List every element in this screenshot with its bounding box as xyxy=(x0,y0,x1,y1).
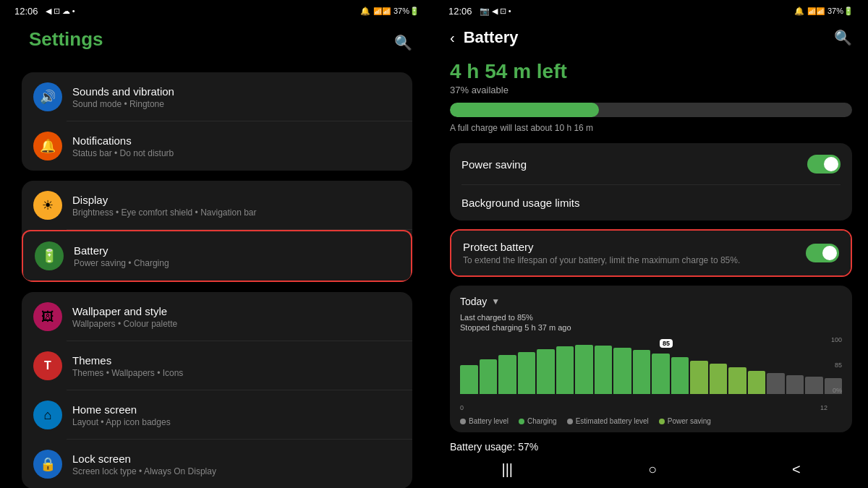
status-time-right: 12:06 📷 ◀ ⊡ • xyxy=(448,6,511,17)
settings-item-display[interactable]: ☀ Display Brightness • Eye comfort shiel… xyxy=(22,181,412,230)
settings-item-wallpaper[interactable]: 🖼 Wallpaper and style Wallpapers • Colou… xyxy=(22,292,412,341)
settings-item-home[interactable]: ⌂ Home screen Layout • App icon badges xyxy=(22,390,412,440)
settings-item-battery[interactable]: 🔋 Battery Power saving • Charging xyxy=(22,230,412,282)
nav-back-right[interactable]: < xyxy=(792,461,801,478)
chart-bar xyxy=(480,359,498,394)
background-usage-label: Background usage limits xyxy=(461,197,841,209)
chart-bar xyxy=(595,346,613,394)
legend-battery-level: Battery level xyxy=(460,417,509,425)
display-title: Display xyxy=(72,194,257,206)
lock-icon: 🔒 xyxy=(33,450,62,479)
themes-icon: T xyxy=(33,351,62,380)
power-saving-row[interactable]: Power saving xyxy=(450,143,852,185)
search-icon-right[interactable]: 🔍 xyxy=(834,29,852,46)
chart-line1: Last charged to 85% xyxy=(460,313,842,322)
chart-bar xyxy=(633,350,651,394)
settings-item-sounds[interactable]: 🔊 Sounds and vibration Sound mode • Ring… xyxy=(22,72,412,121)
protect-battery-toggle[interactable] xyxy=(806,244,839,262)
protect-battery-subtitle: To extend the lifespan of your battery, … xyxy=(463,255,806,265)
power-saving-label: Power saving xyxy=(461,158,807,171)
home-title: Home screen xyxy=(72,403,171,416)
chart-bar xyxy=(498,355,516,394)
battery-bar-container xyxy=(450,103,852,117)
display-icon: ☀ xyxy=(33,191,62,220)
settings-item-lock[interactable]: 🔒 Lock screen Screen lock type • Always … xyxy=(22,440,412,488)
battery-bar-fill xyxy=(450,103,599,117)
chart-bar xyxy=(556,346,574,394)
home-subtitle: Layout • App icon badges xyxy=(72,417,171,427)
lock-title: Lock screen xyxy=(72,453,216,465)
sounds-icon: 🔊 xyxy=(33,82,62,111)
display-subtitle: Brightness • Eye comfort shield • Naviga… xyxy=(72,207,257,218)
wallpaper-subtitle: Wallpapers • Colour palette xyxy=(72,319,177,329)
power-saving-toggle[interactable] xyxy=(807,155,841,174)
settings-group-3: 🖼 Wallpaper and style Wallpapers • Colou… xyxy=(22,292,412,488)
chart-y-labels: 100 85 0% xyxy=(831,336,842,394)
chart-bar xyxy=(767,373,785,394)
battery-usage: Battery usage: 57% xyxy=(450,441,852,453)
notifications-subtitle: Status bar • Do not disturb xyxy=(72,148,174,158)
chart-bar xyxy=(710,364,728,394)
search-icon-left[interactable]: 🔍 xyxy=(394,34,412,51)
nav-recent-right[interactable]: ||| xyxy=(501,461,513,478)
status-icons-right: 🔔 📶📶 37%🔋 xyxy=(794,7,854,16)
battery-page-title: Battery xyxy=(464,28,834,47)
sounds-title: Sounds and vibration xyxy=(72,85,174,98)
lock-subtitle: Screen lock type • Always On Display xyxy=(72,466,216,476)
chart-dropdown-arrow[interactable]: ▼ xyxy=(491,296,500,307)
right-content: ‹ Battery 🔍 4 h 54 m left 37% available … xyxy=(434,22,868,454)
status-bar-right: 12:06 📷 ◀ ⊡ • 🔔 📶📶 37%🔋 xyxy=(434,0,868,22)
themes-subtitle: Themes • Wallpapers • Icons xyxy=(72,368,183,378)
chart-bar xyxy=(613,348,631,394)
battery-chart: Today ▼ Last charged to 85% Stopped char… xyxy=(450,286,852,432)
wallpaper-title: Wallpaper and style xyxy=(72,305,177,317)
chart-line2: Stopped charging 5 h 37 m ago xyxy=(460,323,842,332)
chart-bubble: 85 xyxy=(660,339,673,348)
wallpaper-icon: 🖼 xyxy=(33,302,62,331)
settings-group-2: ☀ Display Brightness • Eye comfort shiel… xyxy=(22,181,412,282)
chart-bars xyxy=(460,336,842,394)
chart-bar xyxy=(728,367,746,394)
chart-bar xyxy=(537,349,555,394)
nav-bar-right: ||| ○ < xyxy=(434,454,868,488)
legend-power-saving: Power saving xyxy=(659,417,711,425)
chart-bar xyxy=(671,357,689,394)
themes-title: Themes xyxy=(72,354,183,367)
battery-icon: 🔋 xyxy=(35,241,64,270)
chart-bar xyxy=(518,352,536,394)
background-usage-row[interactable]: Background usage limits xyxy=(450,185,852,221)
left-panel: 12:06 ◀ ⊡ ☁ • 🔔 📶📶 37%🔋 Settings 🔍 🔊 Sou… xyxy=(0,0,434,488)
protect-battery-row[interactable]: Protect battery To extend the lifespan o… xyxy=(451,231,851,275)
home-icon: ⌂ xyxy=(33,401,62,429)
power-group: Power saving Background usage limits xyxy=(450,143,852,221)
chart-legend: Battery level Charging Estimated battery… xyxy=(460,417,842,425)
status-bar-left: 12:06 ◀ ⊡ ☁ • 🔔 📶📶 37%🔋 xyxy=(0,0,434,22)
chart-bar xyxy=(575,345,593,394)
battery-percent: 37% available xyxy=(450,85,852,95)
chart-bar xyxy=(786,375,804,394)
chart-bar xyxy=(652,354,670,394)
settings-group-1: 🔊 Sounds and vibration Sound mode • Ring… xyxy=(22,72,412,171)
settings-item-themes[interactable]: T Themes Themes • Wallpapers • Icons xyxy=(22,341,412,390)
left-content: Settings 🔍 🔊 Sounds and vibration Sound … xyxy=(0,22,434,488)
settings-item-notifications[interactable]: 🔔 Notifications Status bar • Do not dist… xyxy=(22,121,412,171)
protect-battery-title: Protect battery xyxy=(463,241,806,253)
chart-bar xyxy=(748,371,766,394)
time-remaining: 4 h 54 m left xyxy=(450,60,852,83)
battery-title: Battery xyxy=(74,244,169,257)
settings-title: Settings xyxy=(29,28,103,51)
notifications-title: Notifications xyxy=(72,134,174,147)
right-panel: 12:06 📷 ◀ ⊡ • 🔔 📶📶 37%🔋 ‹ Battery 🔍 4 h … xyxy=(434,0,868,488)
nav-home-right[interactable]: ○ xyxy=(648,461,657,478)
battery-page-header: ‹ Battery 🔍 xyxy=(450,22,852,53)
charge-info: A full charge will last about 10 h 16 m xyxy=(450,123,852,133)
protect-battery-section: Protect battery To extend the lifespan o… xyxy=(450,229,852,277)
back-button[interactable]: ‹ xyxy=(450,30,455,46)
chart-bar xyxy=(805,377,823,394)
chart-bar xyxy=(460,365,478,394)
legend-estimated: Estimated battery level xyxy=(567,417,649,425)
chart-bar xyxy=(690,361,708,394)
sounds-subtitle: Sound mode • Ringtone xyxy=(72,99,174,109)
legend-charging: Charging xyxy=(519,417,557,425)
notifications-icon: 🔔 xyxy=(33,132,62,160)
